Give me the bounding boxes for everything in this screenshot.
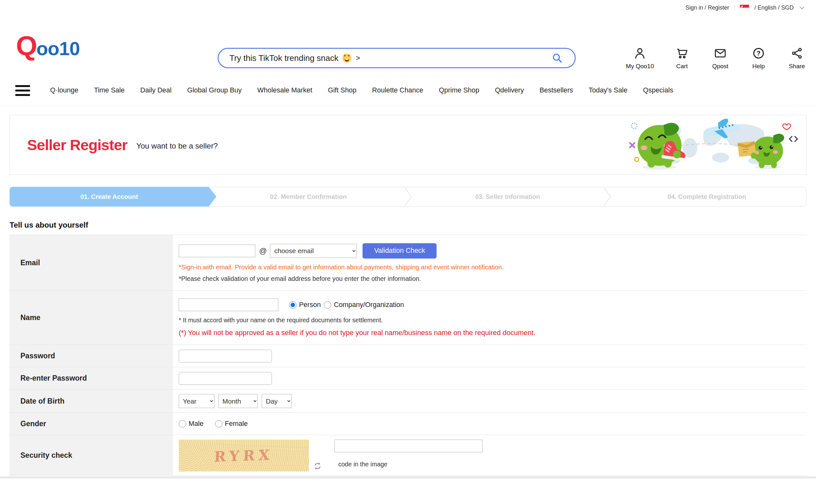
help-button[interactable]: ? Help	[748, 47, 769, 70]
my-qoo10-button[interactable]: My Qoo10	[626, 47, 654, 70]
at-symbol: @	[259, 246, 267, 255]
search-icon[interactable]	[552, 53, 562, 63]
step-seller-information: 03. Seller Information	[408, 187, 607, 207]
star-struck-emoji-icon: ★★	[342, 54, 351, 62]
quicklink-label: My Qoo10	[626, 63, 654, 70]
topbar-divider	[734, 4, 735, 11]
share-icon	[790, 47, 804, 60]
password-row: Password	[10, 345, 806, 367]
nav-item-time-sale[interactable]: Time Sale	[94, 86, 124, 94]
logo-rest: oo10	[36, 39, 80, 58]
share-button[interactable]: Share	[787, 47, 807, 70]
name-note-plain: * It must accord with your name on the r…	[179, 317, 800, 324]
top-utility-bar: Sign in / Register / English / SGD	[0, 0, 816, 15]
quicklink-label: Share	[789, 63, 805, 70]
email-note-orange: *Sign-in with email. Provide a valid ema…	[179, 264, 800, 271]
page-subtitle: You want to be a seller?	[136, 142, 218, 150]
email-local-input[interactable]	[179, 245, 255, 257]
mail-icon	[714, 47, 727, 60]
nav-item-qprime-shop[interactable]: Qprime Shop	[439, 86, 479, 94]
footer-edge	[0, 476, 816, 478]
captcha-code-text: RYRX	[214, 446, 274, 465]
nav-item-wholesale-market[interactable]: Wholesale Market	[257, 86, 312, 94]
step-create-account: 01. Create Account	[10, 187, 209, 207]
nav-item-qdelivery[interactable]: Qdelivery	[495, 86, 524, 94]
validation-check-button[interactable]: Validation Check	[363, 243, 437, 259]
quicklink-label: Cart	[676, 63, 688, 70]
dob-day-select[interactable]: Day	[262, 394, 292, 408]
password-input[interactable]	[179, 350, 272, 362]
header-quicklinks: My Qoo10 Cart Qpost ? Help	[626, 47, 807, 70]
dob-year-select[interactable]: Year	[179, 394, 215, 408]
reenter-password-label: Re-enter Password	[10, 367, 173, 389]
captcha-image: RYRX	[179, 440, 309, 471]
name-type-radio-group: Person Company/Organization	[289, 301, 404, 309]
seller-register-banner: Seller Register You want to be a seller?	[10, 115, 806, 175]
name-note-red: (*) You will not be approved as a seller…	[179, 329, 800, 337]
female-radio[interactable]: Female	[215, 420, 248, 428]
gender-row: Gender Male Female	[10, 413, 806, 435]
company-radio[interactable]: Company/Organization	[324, 301, 404, 309]
dob-label: Date of Birth	[10, 390, 173, 413]
step-separator-icon	[404, 187, 412, 206]
email-domain-select[interactable]: choose email	[270, 244, 357, 258]
person-radio[interactable]: Person	[289, 301, 321, 309]
name-label: Name	[10, 291, 173, 345]
captcha-code-input[interactable]	[335, 440, 482, 452]
nav-item-global-group-buy[interactable]: Global Group Buy	[187, 86, 242, 94]
nav-item-gift-shop[interactable]: Gift Shop	[328, 86, 357, 94]
search-input[interactable]: Try this TikTok trending snack ★★ >	[218, 48, 576, 68]
help-icon: ?	[752, 47, 765, 60]
name-row: Name Person Company/Organization	[10, 291, 806, 345]
quicklink-label: Qpost	[712, 63, 729, 70]
nav-item-bestsellers[interactable]: Bestsellers	[540, 86, 573, 94]
refresh-icon	[313, 461, 322, 471]
locale-currency-selector[interactable]: / English / SGD	[754, 4, 794, 11]
quicklink-label: Help	[752, 63, 765, 70]
form-heading: Tell us about yourself	[10, 221, 806, 230]
email-label: Email	[10, 235, 173, 290]
security-check-row: Security check RYRX	[10, 435, 806, 476]
page-title: Seller Register	[27, 136, 127, 154]
cart-icon	[675, 47, 689, 60]
nav-item-roulette-chance[interactable]: Roulette Chance	[372, 86, 423, 94]
cart-button[interactable]: Cart	[672, 47, 692, 70]
chevron-down-icon[interactable]	[799, 6, 805, 9]
svg-text:?: ?	[757, 50, 761, 57]
banner-illustration	[624, 117, 802, 172]
male-radio[interactable]: Male	[179, 420, 203, 428]
sign-in-register-link[interactable]: Sign in / Register	[686, 4, 729, 11]
step-member-confirmation: 02. Member Confirmation	[209, 187, 408, 207]
nav-item-qlounge[interactable]: Q·lounge	[50, 86, 78, 94]
nav-item-todays-sale[interactable]: Today's Sale	[589, 86, 628, 94]
hamburger-menu-icon[interactable]	[15, 85, 30, 96]
gender-label: Gender	[10, 413, 173, 435]
captcha-hint-text: code in the image	[338, 461, 482, 468]
password-label: Password	[10, 345, 173, 367]
name-input[interactable]	[179, 298, 278, 311]
security-check-label: Security check	[10, 435, 173, 475]
dob-row: Date of Birth Year Month Day	[10, 390, 806, 413]
step-complete-registration: 04. Complete Registration	[607, 187, 806, 207]
user-icon	[633, 47, 647, 60]
step-separator-icon	[603, 187, 611, 206]
search-placeholder-arrow: >	[356, 54, 360, 62]
singapore-flag-icon	[740, 4, 749, 11]
registration-form: Email @ choose email Validation Check *S…	[10, 235, 806, 476]
category-nav: Q·lounge Time Sale Daily Deal Global Gro…	[0, 75, 816, 106]
email-note-plain: *Please check validation of your email a…	[179, 275, 800, 282]
nav-item-qspecials[interactable]: Qspecials	[643, 86, 673, 94]
qoo10-logo[interactable]: Q oo10	[16, 32, 80, 59]
header: Q oo10 Try this TikTok trending snack ★★…	[0, 15, 816, 75]
logo-q: Q	[16, 32, 36, 59]
reenter-password-row: Re-enter Password	[10, 367, 806, 390]
email-row: Email @ choose email Validation Check *S…	[10, 235, 806, 291]
reenter-password-input[interactable]	[179, 372, 272, 385]
captcha-refresh-button[interactable]	[313, 461, 322, 471]
registration-steps: 01. Create Account 02. Member Confirmati…	[10, 187, 806, 207]
nav-item-daily-deal[interactable]: Daily Deal	[140, 86, 171, 94]
qpost-button[interactable]: Qpost	[710, 47, 731, 70]
dob-month-select[interactable]: Month	[218, 394, 258, 408]
search-placeholder-text: Try this TikTok trending snack	[230, 53, 339, 63]
seller-register-page: Sign in / Register / English / SGD Q oo1…	[0, 0, 816, 504]
